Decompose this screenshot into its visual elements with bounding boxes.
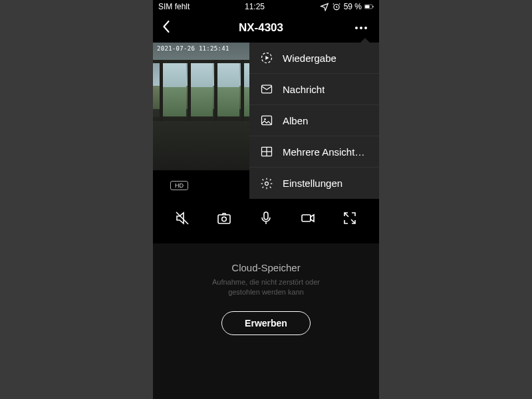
svg-rect-16 <box>264 212 268 219</box>
fullscreen-button[interactable] <box>342 210 358 229</box>
location-icon <box>320 2 329 11</box>
menu-multiview[interactable]: Mehrere Ansicht… <box>249 136 379 168</box>
sim-status: SIM fehlt <box>158 2 190 11</box>
svg-point-12 <box>265 182 269 185</box>
more-button[interactable] <box>351 23 371 33</box>
purchase-button[interactable]: Erwerben <box>221 311 311 335</box>
menu-label: Einstellungen <box>283 178 342 189</box>
svg-marker-5 <box>265 56 269 60</box>
menu-message[interactable]: Nachricht <box>249 74 379 105</box>
menu-settings[interactable]: Einstellungen <box>249 168 379 199</box>
battery-percent: 59 % <box>344 2 362 11</box>
live-video[interactable]: 2021-07-26 11:25:41 HD Wiedergabe Nachri… <box>153 43 379 170</box>
status-time: 11:25 <box>245 2 265 11</box>
app-header: NX-4303 <box>153 13 379 43</box>
options-menu: Wiedergabe Nachricht Alben Mehrere Ansic… <box>249 43 379 199</box>
talk-button[interactable] <box>258 210 274 229</box>
svg-rect-3 <box>372 6 373 8</box>
menu-playback[interactable]: Wiedergabe <box>249 43 379 74</box>
cloud-storage-panel: Cloud-Speicher Aufnahme, die nicht zerst… <box>153 243 379 399</box>
menu-album[interactable]: Alben <box>249 105 379 136</box>
alarm-icon <box>332 2 341 11</box>
svg-rect-6 <box>262 85 272 93</box>
quality-badge[interactable]: HD <box>170 181 188 190</box>
mute-button[interactable] <box>174 210 190 229</box>
playback-icon <box>260 51 273 65</box>
record-button[interactable] <box>300 210 316 229</box>
menu-label: Wiedergabe <box>283 53 336 64</box>
svg-rect-2 <box>365 5 369 8</box>
back-button[interactable] <box>161 20 171 36</box>
battery-icon <box>364 2 374 11</box>
svg-point-8 <box>264 118 266 120</box>
message-icon <box>260 82 273 96</box>
phone-frame: SIM fehlt 11:25 59 % NX-4303 2021-07-26 … <box>153 0 379 399</box>
svg-point-15 <box>221 217 226 221</box>
camera-title: NX-4303 <box>239 21 283 35</box>
grid-icon <box>260 145 273 158</box>
album-icon <box>260 114 273 127</box>
status-bar: SIM fehlt 11:25 59 % <box>153 0 379 13</box>
snapshot-button[interactable] <box>216 210 232 229</box>
menu-label: Alben <box>283 115 308 126</box>
cloud-subtitle: Aufnahme, die nicht zerstört oder gestoh… <box>200 277 332 298</box>
svg-rect-17 <box>302 215 311 221</box>
svg-rect-14 <box>218 215 230 223</box>
gear-icon <box>260 177 273 190</box>
menu-label: Mehrere Ansicht… <box>283 146 364 158</box>
cloud-title: Cloud-Speicher <box>166 262 366 273</box>
menu-label: Nachricht <box>283 84 325 95</box>
video-timestamp: 2021-07-26 11:25:41 <box>157 45 229 52</box>
control-bar <box>153 200 379 239</box>
